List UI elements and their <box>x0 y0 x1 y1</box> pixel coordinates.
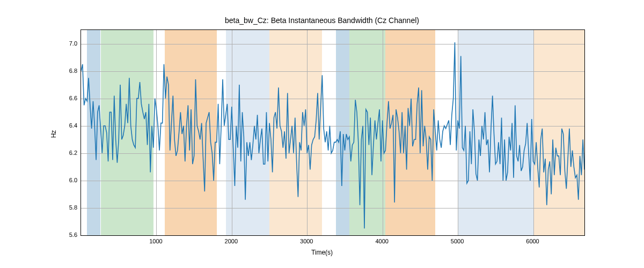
y-tick-label: 6.6 <box>56 95 80 101</box>
y-axis-label: Hz <box>50 130 57 138</box>
y-tick-label: 6.2 <box>56 150 80 156</box>
y-tick-label: 7.0 <box>56 40 80 47</box>
x-axis-label: Time(s) <box>0 249 644 256</box>
chart-title: beta_bw_Cz: Beta Instantaneous Bandwidth… <box>0 16 644 25</box>
y-tick-label: 6.0 <box>56 177 80 183</box>
y-tick-label: 5.6 <box>56 232 80 238</box>
x-tick-label: 2000 <box>225 236 238 244</box>
data-line <box>81 30 584 235</box>
y-tick-label: 5.8 <box>56 204 80 211</box>
y-tick-label: 6.4 <box>56 122 80 129</box>
x-tick-label: 1000 <box>149 236 162 244</box>
x-tick-label: 3000 <box>300 236 313 244</box>
plot-area <box>80 29 585 236</box>
x-tick-label: 6000 <box>526 236 539 244</box>
x-tick-label: 5000 <box>451 236 464 244</box>
x-tick-label: 4000 <box>375 236 388 244</box>
y-tick-label: 6.8 <box>56 68 80 74</box>
chart-container: 5.65.86.06.26.46.66.87.01000200030004000… <box>80 29 585 236</box>
